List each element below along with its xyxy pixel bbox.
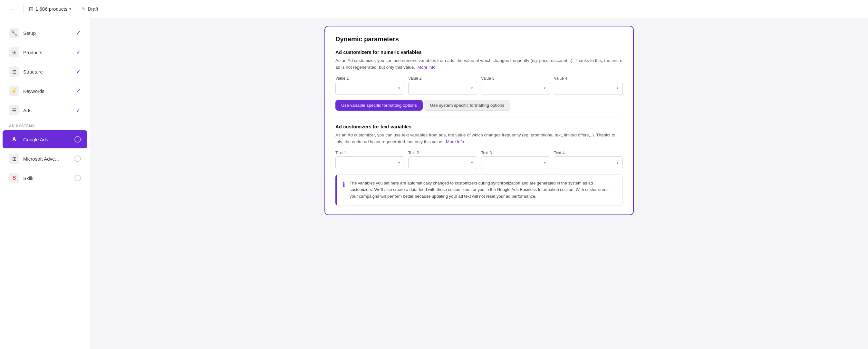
sidebar-item-google-ads[interactable]: A Google Ads (3, 130, 87, 148)
sidebar-item-sklik[interactable]: S Sklik (3, 169, 87, 187)
products-check-icon: ✓ (76, 49, 81, 56)
numeric-section-title: Ad customizers for numeric variables (335, 49, 623, 55)
info-box: ℹ The variables you set here are automat… (335, 175, 623, 205)
main-layout: 🔧 Setup ✓ ⊞ Products ✓ ⊟ Structure ✓ ⚡ K… (0, 18, 868, 349)
value2-label: Value 2 (408, 76, 477, 81)
text4-select[interactable]: ▾ (554, 156, 623, 169)
draft-status: ✎ Draft (82, 6, 98, 12)
sidebar-google-ads-label: Google Ads (23, 137, 48, 142)
feed-chevron-icon: ▾ (69, 7, 71, 11)
value-dropdowns: Value 1 ▾ Value 2 ▾ Value 3 (335, 76, 623, 95)
ads-icon: ☰ (9, 105, 19, 115)
value4-label: Value 4 (554, 76, 623, 81)
card-title: Dynamic parameters (335, 35, 623, 43)
text-section-title: Ad customizers for text variables (335, 124, 623, 129)
value1-chevron-icon: ▾ (398, 86, 400, 90)
keywords-check-icon: ✓ (76, 87, 81, 94)
back-icon: ← (10, 6, 16, 12)
info-icon: ℹ (342, 181, 345, 189)
sidebar-item-ads[interactable]: ☰ Ads ✓ (3, 101, 87, 119)
variable-formatting-button[interactable]: Use variable specific formatting options (335, 100, 423, 111)
info-text: The variables you set here are automatic… (349, 180, 617, 200)
structure-check-icon: ✓ (76, 68, 81, 75)
text3-chevron-icon: ▾ (544, 161, 546, 165)
sidebar-item-keywords[interactable]: ⚡ Keywords ✓ (3, 82, 87, 100)
sidebar-keywords-label: Keywords (23, 88, 44, 94)
ad-systems-label: AD SYSTEMS (0, 120, 90, 130)
text1-label: Text 1 (335, 151, 404, 155)
value2-group: Value 2 ▾ (408, 76, 477, 95)
value3-select[interactable]: ▾ (481, 82, 550, 95)
google-ads-radio (74, 136, 81, 143)
sidebar-item-microsoft-ads[interactable]: ⊞ Microsoft Adve... (3, 150, 87, 168)
feed-selector[interactable]: ⊞ 1 686 products ▾ (29, 5, 71, 12)
sidebar-item-setup[interactable]: 🔧 Setup ✓ (3, 24, 87, 42)
value3-label: Value 3 (481, 76, 550, 81)
value4-chevron-icon: ▾ (617, 86, 619, 90)
numeric-section-desc: As an Ad customizer, you can use numeric… (335, 57, 623, 71)
value1-group: Value 1 ▾ (335, 76, 404, 95)
structure-icon: ⊟ (9, 66, 19, 77)
numeric-more-info-link[interactable]: More info (417, 65, 435, 70)
text2-group: Text 2 ▾ (408, 151, 477, 169)
value3-group: Value 3 ▾ (481, 76, 550, 95)
text3-label: Text 3 (481, 151, 550, 155)
feed-label: 1 686 products (35, 6, 67, 11)
value4-group: Value 4 ▾ (554, 76, 623, 95)
setup-icon: 🔧 (9, 28, 19, 38)
topbar-divider (23, 4, 24, 14)
products-icon: ⊞ (9, 47, 19, 57)
microsoft-ads-radio (74, 155, 81, 162)
text1-select[interactable]: ▾ (335, 156, 404, 169)
dynamic-parameters-card: Dynamic parameters Ad customizers for nu… (324, 26, 634, 215)
content-area: Dynamic parameters Ad customizers for nu… (90, 18, 868, 349)
text3-select[interactable]: ▾ (481, 156, 550, 169)
value3-chevron-icon: ▾ (544, 86, 546, 90)
feed-icon: ⊞ (29, 5, 33, 12)
topbar: ← ⊞ 1 686 products ▾ ✎ Draft (0, 0, 868, 18)
keywords-icon: ⚡ (9, 86, 19, 96)
text2-chevron-icon: ▾ (471, 161, 473, 165)
microsoft-ads-icon: ⊞ (9, 153, 19, 164)
sidebar-microsoft-ads-label: Microsoft Adve... (23, 156, 59, 162)
back-button[interactable]: ← (8, 4, 18, 14)
value2-chevron-icon: ▾ (471, 86, 473, 90)
text4-group: Text 4 ▾ (554, 151, 623, 169)
text1-group: Text 1 ▾ (335, 151, 404, 169)
text-section-desc: As an Ad customizer, you can use text va… (335, 132, 623, 145)
value2-select[interactable]: ▾ (408, 82, 477, 95)
sidebar-item-structure[interactable]: ⊟ Structure ✓ (3, 63, 87, 81)
text2-select[interactable]: ▾ (408, 156, 477, 169)
text4-label: Text 4 (554, 151, 623, 155)
text-more-info-link[interactable]: More info (446, 139, 464, 144)
formatting-toggle: Use variable specific formatting options… (335, 100, 623, 111)
value1-select[interactable]: ▾ (335, 82, 404, 95)
text1-chevron-icon: ▾ (398, 161, 400, 165)
text2-label: Text 2 (408, 151, 477, 155)
google-ads-icon: A (9, 134, 19, 145)
sidebar-item-products[interactable]: ⊞ Products ✓ (3, 43, 87, 61)
sidebar: 🔧 Setup ✓ ⊞ Products ✓ ⊟ Structure ✓ ⚡ K… (0, 18, 90, 349)
sidebar-ads-label: Ads (23, 108, 32, 113)
sidebar-structure-label: Structure (23, 69, 43, 75)
sidebar-setup-label: Setup (23, 30, 36, 36)
sklik-icon: S (9, 173, 19, 183)
sklik-radio (74, 175, 81, 181)
ads-check-icon: ✓ (76, 107, 81, 114)
setup-check-icon: ✓ (76, 29, 81, 36)
text-dropdowns: Text 1 ▾ Text 2 ▾ Text 3 (335, 151, 623, 169)
sidebar-sklik-label: Sklik (23, 175, 33, 181)
sidebar-products-label: Products (23, 50, 42, 55)
draft-label: Draft (88, 6, 98, 11)
text3-group: Text 3 ▾ (481, 151, 550, 169)
system-formatting-button[interactable]: Use system specific formatting options (424, 100, 510, 111)
draft-icon: ✎ (82, 6, 86, 12)
value1-label: Value 1 (335, 76, 404, 81)
section-divider (335, 117, 623, 117)
value4-select[interactable]: ▾ (554, 82, 623, 95)
text4-chevron-icon: ▾ (617, 161, 619, 165)
